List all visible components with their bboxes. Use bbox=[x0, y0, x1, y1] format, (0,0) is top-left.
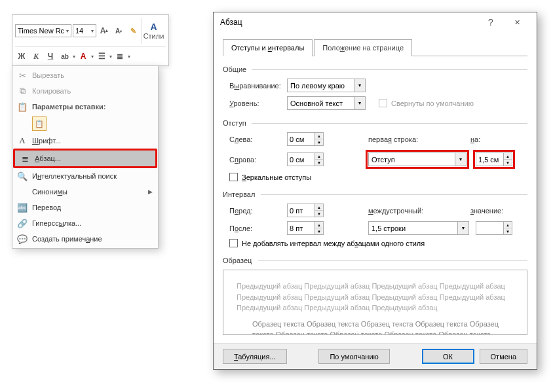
indent-right-spinner[interactable]: ▲▼ bbox=[287, 152, 324, 166]
spin-down-icon[interactable]: ▼ bbox=[504, 228, 512, 234]
chevron-down-icon: ▾ bbox=[457, 222, 468, 234]
chevron-down-icon[interactable]: ▾ bbox=[128, 54, 130, 60]
mirror-label: Зеркальные отступы bbox=[242, 173, 311, 181]
menu-smart-lookup[interactable]: 🔍 Интеллектуальный поиск bbox=[12, 168, 158, 184]
spin-down-icon[interactable]: ▼ bbox=[315, 228, 323, 234]
after-spinner[interactable]: ▲▼ bbox=[287, 221, 324, 235]
bullets-button[interactable]: ☰ bbox=[95, 50, 108, 63]
scissors-icon: ✂ bbox=[12, 71, 32, 80]
linespacing-combo[interactable]: 1,5 строки ▾ bbox=[368, 221, 469, 235]
highlight-button[interactable]: ab bbox=[58, 50, 71, 63]
chevron-right-icon: ▶ bbox=[148, 188, 153, 195]
preview-sample-text: Образец текста Образец текста Образец те… bbox=[252, 319, 514, 336]
firstline-value: Отступ bbox=[369, 156, 455, 164]
spin-up-icon[interactable]: ▲ bbox=[504, 222, 512, 228]
styles-button[interactable]: A Стили bbox=[141, 18, 166, 44]
default-button[interactable]: По умолчанию bbox=[318, 349, 389, 364]
grow-font-button[interactable]: A▴ bbox=[98, 24, 111, 37]
paste-option-keep-text[interactable]: 📋 bbox=[12, 115, 158, 133]
help-button[interactable]: ? bbox=[478, 12, 504, 32]
mini-toolbar: Times New Rc ▾ 14 ▾ A▴ A▾ ✎ A Стили Ж К … bbox=[12, 14, 169, 66]
menu-copy[interactable]: ⧉ Копировать bbox=[12, 83, 158, 99]
after-input[interactable] bbox=[287, 221, 315, 235]
menu-translate[interactable]: 🔤 Перевод bbox=[12, 200, 158, 215]
shrink-font-button[interactable]: A▾ bbox=[112, 24, 125, 37]
section-indent: Отступ bbox=[223, 119, 527, 127]
preview-prev-text: Предыдущий абзац Предыдущий абзац Предыд… bbox=[237, 281, 514, 313]
spin-down-icon[interactable]: ▼ bbox=[504, 160, 512, 166]
by-input[interactable] bbox=[476, 152, 503, 166]
menu-hyperlink[interactable]: 🔗 Гиперссылка... bbox=[12, 215, 158, 231]
alignment-combo[interactable]: По левому краю ▾ bbox=[287, 79, 366, 92]
dontadd-label: Не добавлять интервал между абзацами одн… bbox=[242, 240, 425, 247]
context-menu: ✂ Вырезать ⧉ Копировать 📋 Параметры вста… bbox=[12, 65, 159, 249]
spin-up-icon[interactable]: ▲ bbox=[315, 204, 323, 211]
level-label: Уровень: bbox=[229, 99, 287, 107]
menu-font-label: Шрифт... bbox=[32, 137, 61, 145]
spin-up-icon[interactable]: ▲ bbox=[504, 153, 512, 160]
tab-indents[interactable]: Отступы и интервалы bbox=[223, 39, 313, 56]
paragraph-dialog: Абзац ? ✕ Отступы и интервалы Положение … bbox=[213, 12, 537, 370]
chevron-down-icon[interactable]: ▾ bbox=[73, 54, 75, 60]
bold-button[interactable]: Ж bbox=[15, 50, 28, 63]
italic-button[interactable]: К bbox=[29, 50, 43, 63]
comment-icon: 💬 bbox=[12, 234, 32, 244]
tab-linebreaks[interactable]: Положение на странице bbox=[314, 39, 412, 56]
before-input[interactable] bbox=[287, 204, 315, 217]
linespacing-value: 1,5 строки bbox=[369, 224, 457, 232]
chevron-down-icon: ▾ bbox=[354, 79, 365, 92]
section-general: Общие bbox=[223, 65, 527, 73]
indent-right-input[interactable] bbox=[287, 152, 315, 166]
alignment-label: Выравнивание: bbox=[229, 82, 287, 90]
underline-button[interactable]: Ч bbox=[44, 50, 57, 63]
menu-cut[interactable]: ✂ Вырезать bbox=[12, 67, 158, 83]
dontadd-checkbox[interactable] bbox=[229, 239, 238, 247]
tab-linebreaks-label: Положение на странице bbox=[322, 44, 404, 52]
cancel-button[interactable]: Отмена bbox=[480, 349, 527, 364]
copy-icon: ⧉ bbox=[12, 86, 32, 96]
spin-up-icon[interactable]: ▲ bbox=[315, 133, 323, 139]
firstline-combo[interactable]: Отступ ▾ bbox=[368, 152, 467, 166]
level-value: Основной текст bbox=[288, 99, 354, 107]
font-size-combo[interactable]: 14 ▾ bbox=[73, 24, 96, 37]
spin-down-icon[interactable]: ▼ bbox=[315, 160, 323, 166]
menu-font[interactable]: A Шрифт... bbox=[12, 133, 158, 149]
tabs-button[interactable]: Табуляция... bbox=[223, 349, 287, 364]
paragraph-icon: ≣ bbox=[15, 154, 35, 164]
indent-left-spinner[interactable]: ▲▼ bbox=[287, 132, 324, 146]
paste-icon: 📋 bbox=[12, 102, 32, 112]
spin-up-icon[interactable]: ▲ bbox=[315, 153, 323, 160]
numbering-button[interactable]: ≣ bbox=[113, 50, 126, 63]
chevron-down-icon[interactable]: ▾ bbox=[109, 54, 112, 60]
format-painter-button[interactable]: ✎ bbox=[126, 24, 140, 37]
indent-left-input[interactable] bbox=[287, 132, 315, 146]
link-icon: 🔗 bbox=[12, 219, 32, 228]
at-spinner[interactable]: ▲▼ bbox=[476, 221, 512, 235]
firstline-label: первая строка: bbox=[368, 135, 434, 143]
menu-new-comment[interactable]: 💬 Создать примечание bbox=[12, 231, 158, 247]
section-spacing: Интервал bbox=[223, 190, 527, 198]
font-name-combo[interactable]: Times New Rc ▾ bbox=[15, 24, 71, 37]
menu-synonyms[interactable]: Синонимы ▶ bbox=[12, 184, 158, 200]
spin-down-icon[interactable]: ▼ bbox=[315, 139, 323, 145]
spin-up-icon[interactable]: ▲ bbox=[315, 222, 323, 228]
menu-paragraph[interactable]: ≣ Абзац... bbox=[15, 151, 155, 166]
alignment-value: По левому краю bbox=[288, 82, 354, 90]
at-input[interactable] bbox=[476, 221, 503, 235]
search-icon: 🔍 bbox=[12, 171, 32, 181]
ok-button[interactable]: ОК bbox=[422, 349, 474, 364]
close-button[interactable]: ✕ bbox=[504, 12, 530, 32]
translate-icon: 🔤 bbox=[12, 203, 32, 213]
menu-paste-header: 📋 Параметры вставки: bbox=[12, 99, 158, 115]
mirror-checkbox[interactable] bbox=[229, 173, 238, 181]
menu-hyperlink-label: Гиперссылка... bbox=[32, 219, 81, 227]
level-combo[interactable]: Основной текст ▾ bbox=[287, 96, 366, 110]
menu-smart-lookup-label: Интеллектуальный поиск bbox=[32, 172, 117, 180]
close-icon: ✕ bbox=[514, 18, 520, 27]
dialog-title: Абзац bbox=[220, 18, 478, 27]
before-spinner[interactable]: ▲▼ bbox=[287, 204, 324, 217]
by-spinner[interactable]: ▲▼ bbox=[476, 152, 512, 166]
spin-down-icon[interactable]: ▼ bbox=[315, 211, 323, 217]
chevron-down-icon[interactable]: ▾ bbox=[91, 54, 94, 60]
font-color-button[interactable]: A bbox=[77, 50, 90, 63]
